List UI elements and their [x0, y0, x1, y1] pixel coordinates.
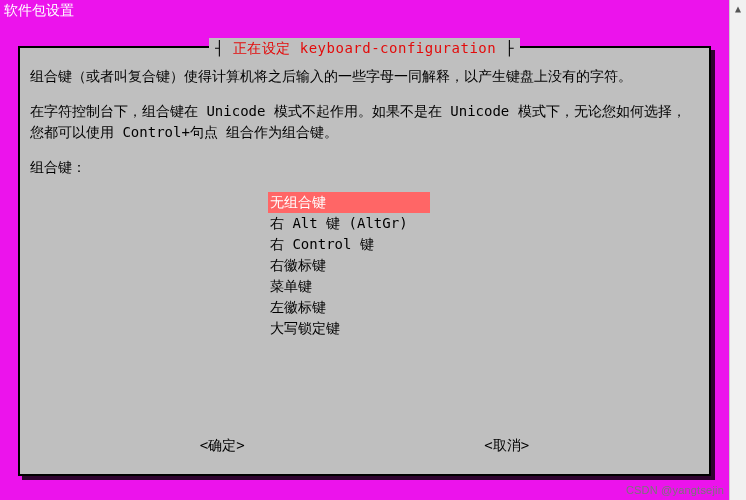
- dialog-title-row: ┤ 正在设定 keyboard-configuration ├: [20, 38, 709, 59]
- option-no-compose[interactable]: 无组合键: [268, 192, 430, 213]
- option-right-control[interactable]: 右 Control 键: [268, 234, 468, 255]
- prompt-label: 组合键：: [30, 157, 699, 178]
- button-row: <确定> <取消>: [20, 435, 709, 456]
- dialog-title: 正在设定 keyboard-configuration: [233, 40, 496, 56]
- option-menu-key[interactable]: 菜单键: [268, 276, 468, 297]
- options-list[interactable]: 无组合键 右 Alt 键 (AltGr) 右 Control 键 右徽标键 菜单…: [268, 192, 468, 339]
- scroll-up-icon[interactable]: ▲: [730, 0, 746, 16]
- scrollbar[interactable]: ▲: [729, 0, 746, 500]
- title-decor-left: ┤: [215, 40, 233, 56]
- ok-button[interactable]: <确定>: [200, 435, 245, 456]
- option-left-logo[interactable]: 左徽标键: [268, 297, 468, 318]
- cancel-button[interactable]: <取消>: [484, 435, 529, 456]
- window-title: 软件包设置: [0, 0, 746, 22]
- config-dialog: ┤ 正在设定 keyboard-configuration ├ 组合键（或者叫复…: [18, 46, 711, 476]
- option-caps-lock[interactable]: 大写锁定键: [268, 318, 468, 339]
- paragraph-2: 在字符控制台下，组合键在 Unicode 模式不起作用。如果不是在 Unicod…: [30, 101, 699, 143]
- option-right-logo[interactable]: 右徽标键: [268, 255, 468, 276]
- dialog-body: 组合键（或者叫复合键）使得计算机将之后输入的一些字母一同解释，以产生键盘上没有的…: [30, 66, 699, 178]
- paragraph-1: 组合键（或者叫复合键）使得计算机将之后输入的一些字母一同解释，以产生键盘上没有的…: [30, 66, 699, 87]
- option-right-alt[interactable]: 右 Alt 键 (AltGr): [268, 213, 468, 234]
- title-decor-right: ├: [496, 40, 514, 56]
- watermark: CSDN @yangtsejin: [626, 484, 724, 496]
